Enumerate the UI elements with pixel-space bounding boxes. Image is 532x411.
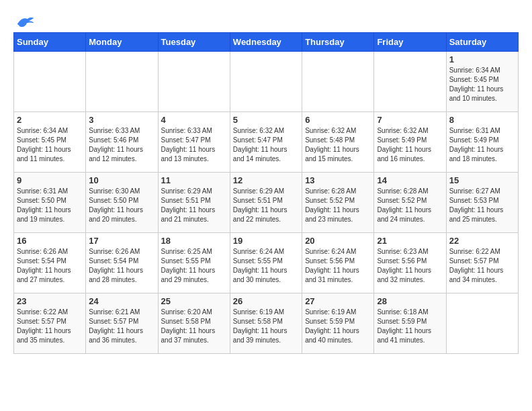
day-info: Sunrise: 6:18 AM Sunset: 5:59 PM Dayligh…: [377, 308, 443, 345]
header-cell-friday: Friday: [374, 33, 446, 52]
day-cell: 19Sunrise: 6:24 AM Sunset: 5:55 PM Dayli…: [230, 233, 302, 293]
day-cell: 14Sunrise: 6:28 AM Sunset: 5:52 PM Dayli…: [374, 173, 446, 233]
day-cell: 18Sunrise: 6:25 AM Sunset: 5:55 PM Dayli…: [158, 233, 230, 293]
day-info: Sunrise: 6:34 AM Sunset: 5:45 PM Dayligh…: [449, 66, 515, 103]
day-cell: [374, 52, 446, 112]
day-number: 10: [89, 175, 154, 185]
day-info: Sunrise: 6:26 AM Sunset: 5:54 PM Dayligh…: [89, 247, 154, 285]
day-cell: [86, 52, 158, 112]
day-number: 25: [161, 296, 227, 306]
header-cell-sunday: Sunday: [14, 33, 86, 52]
day-cell: 5Sunrise: 6:32 AM Sunset: 5:47 PM Daylig…: [230, 112, 302, 173]
day-number: 20: [305, 236, 371, 246]
week-row-2: 9Sunrise: 6:31 AM Sunset: 5:50 PM Daylig…: [14, 173, 519, 233]
day-info: Sunrise: 6:24 AM Sunset: 5:55 PM Dayligh…: [233, 247, 299, 285]
day-cell: 7Sunrise: 6:32 AM Sunset: 5:49 PM Daylig…: [374, 112, 446, 173]
day-cell: 22Sunrise: 6:22 AM Sunset: 5:57 PM Dayli…: [446, 233, 518, 293]
day-number: 4: [161, 115, 227, 125]
day-number: 18: [161, 236, 227, 246]
day-info: Sunrise: 6:22 AM Sunset: 5:57 PM Dayligh…: [449, 247, 515, 285]
day-info: Sunrise: 6:28 AM Sunset: 5:52 PM Dayligh…: [305, 187, 371, 224]
day-info: Sunrise: 6:27 AM Sunset: 5:53 PM Dayligh…: [449, 187, 515, 224]
day-cell: 28Sunrise: 6:18 AM Sunset: 5:59 PM Dayli…: [374, 293, 446, 354]
day-info: Sunrise: 6:24 AM Sunset: 5:56 PM Dayligh…: [305, 247, 371, 285]
day-cell: 11Sunrise: 6:29 AM Sunset: 5:51 PM Dayli…: [158, 173, 230, 233]
day-number: 3: [89, 115, 154, 125]
day-cell: 8Sunrise: 6:31 AM Sunset: 5:49 PM Daylig…: [446, 112, 518, 173]
day-number: 5: [233, 115, 299, 125]
day-info: Sunrise: 6:19 AM Sunset: 5:58 PM Dayligh…: [233, 308, 299, 345]
day-number: 28: [377, 296, 443, 306]
header-cell-saturday: Saturday: [446, 33, 518, 52]
day-number: 27: [305, 296, 371, 306]
day-number: 16: [17, 236, 83, 246]
day-number: 21: [377, 236, 443, 246]
day-number: 13: [305, 175, 371, 185]
day-cell: 23Sunrise: 6:22 AM Sunset: 5:57 PM Dayli…: [14, 293, 86, 354]
day-cell: 10Sunrise: 6:30 AM Sunset: 5:50 PM Dayli…: [86, 173, 158, 233]
day-info: Sunrise: 6:23 AM Sunset: 5:56 PM Dayligh…: [377, 247, 443, 285]
day-info: Sunrise: 6:29 AM Sunset: 5:51 PM Dayligh…: [161, 187, 227, 224]
day-info: Sunrise: 6:31 AM Sunset: 5:50 PM Dayligh…: [17, 187, 83, 224]
week-row-0: 1Sunrise: 6:34 AM Sunset: 5:45 PM Daylig…: [14, 52, 519, 112]
day-cell: 27Sunrise: 6:19 AM Sunset: 5:59 PM Dayli…: [302, 293, 374, 354]
day-info: Sunrise: 6:33 AM Sunset: 5:47 PM Dayligh…: [161, 126, 227, 164]
day-info: Sunrise: 6:20 AM Sunset: 5:58 PM Dayligh…: [161, 308, 227, 345]
day-cell: 13Sunrise: 6:28 AM Sunset: 5:52 PM Dayli…: [302, 173, 374, 233]
day-info: Sunrise: 6:34 AM Sunset: 5:45 PM Dayligh…: [17, 126, 83, 164]
day-cell: 20Sunrise: 6:24 AM Sunset: 5:56 PM Dayli…: [302, 233, 374, 293]
day-cell: 21Sunrise: 6:23 AM Sunset: 5:56 PM Dayli…: [374, 233, 446, 293]
day-cell: 24Sunrise: 6:21 AM Sunset: 5:57 PM Dayli…: [86, 293, 158, 354]
day-info: Sunrise: 6:33 AM Sunset: 5:46 PM Dayligh…: [89, 126, 154, 164]
week-row-4: 23Sunrise: 6:22 AM Sunset: 5:57 PM Dayli…: [14, 293, 519, 354]
day-cell: 2Sunrise: 6:34 AM Sunset: 5:45 PM Daylig…: [14, 112, 86, 173]
day-info: Sunrise: 6:31 AM Sunset: 5:49 PM Dayligh…: [449, 126, 515, 164]
day-number: 26: [233, 296, 299, 306]
day-info: Sunrise: 6:30 AM Sunset: 5:50 PM Dayligh…: [89, 187, 154, 224]
calendar-table: SundayMondayTuesdayWednesdayThursdayFrid…: [13, 32, 519, 354]
day-info: Sunrise: 6:29 AM Sunset: 5:51 PM Dayligh…: [233, 187, 299, 224]
day-info: Sunrise: 6:19 AM Sunset: 5:59 PM Dayligh…: [305, 308, 371, 345]
day-info: Sunrise: 6:32 AM Sunset: 5:47 PM Dayligh…: [233, 126, 299, 164]
week-row-3: 16Sunrise: 6:26 AM Sunset: 5:54 PM Dayli…: [14, 233, 519, 293]
day-cell: 1Sunrise: 6:34 AM Sunset: 5:45 PM Daylig…: [446, 52, 518, 112]
calendar-header: SundayMondayTuesdayWednesdayThursdayFrid…: [14, 33, 519, 52]
header-cell-tuesday: Tuesday: [158, 33, 230, 52]
day-number: 19: [233, 236, 299, 246]
day-cell: [14, 52, 86, 112]
day-info: Sunrise: 6:25 AM Sunset: 5:55 PM Dayligh…: [161, 247, 227, 285]
day-cell: 12Sunrise: 6:29 AM Sunset: 5:51 PM Dayli…: [230, 173, 302, 233]
day-cell: 26Sunrise: 6:19 AM Sunset: 5:58 PM Dayli…: [230, 293, 302, 354]
week-row-1: 2Sunrise: 6:34 AM Sunset: 5:45 PM Daylig…: [14, 112, 519, 173]
day-number: 6: [305, 115, 371, 125]
day-number: 9: [17, 175, 83, 185]
day-info: Sunrise: 6:26 AM Sunset: 5:54 PM Dayligh…: [17, 247, 83, 285]
day-cell: 17Sunrise: 6:26 AM Sunset: 5:54 PM Dayli…: [86, 233, 158, 293]
day-cell: [158, 52, 230, 112]
day-number: 14: [377, 175, 443, 185]
header-cell-monday: Monday: [86, 33, 158, 52]
day-cell: [230, 52, 302, 112]
day-number: 24: [89, 296, 154, 306]
day-number: 22: [449, 236, 515, 246]
day-info: Sunrise: 6:32 AM Sunset: 5:48 PM Dayligh…: [305, 126, 371, 164]
header: [13, 13, 519, 26]
day-cell: 15Sunrise: 6:27 AM Sunset: 5:53 PM Dayli…: [446, 173, 518, 233]
day-info: Sunrise: 6:21 AM Sunset: 5:57 PM Dayligh…: [89, 308, 154, 345]
day-cell: [446, 293, 518, 354]
day-number: 1: [449, 54, 515, 64]
day-cell: 6Sunrise: 6:32 AM Sunset: 5:48 PM Daylig…: [302, 112, 374, 173]
day-cell: [302, 52, 374, 112]
day-cell: 4Sunrise: 6:33 AM Sunset: 5:47 PM Daylig…: [158, 112, 230, 173]
day-cell: 16Sunrise: 6:26 AM Sunset: 5:54 PM Dayli…: [14, 233, 86, 293]
day-number: 23: [17, 296, 83, 306]
day-number: 12: [233, 175, 299, 185]
day-info: Sunrise: 6:32 AM Sunset: 5:49 PM Dayligh…: [377, 126, 443, 164]
day-info: Sunrise: 6:22 AM Sunset: 5:57 PM Dayligh…: [17, 308, 83, 345]
header-row: SundayMondayTuesdayWednesdayThursdayFrid…: [14, 33, 519, 52]
day-number: 15: [449, 175, 515, 185]
day-number: 17: [89, 236, 154, 246]
logo-bird-icon: [15, 13, 35, 30]
logo: [13, 13, 35, 26]
day-number: 8: [449, 115, 515, 125]
